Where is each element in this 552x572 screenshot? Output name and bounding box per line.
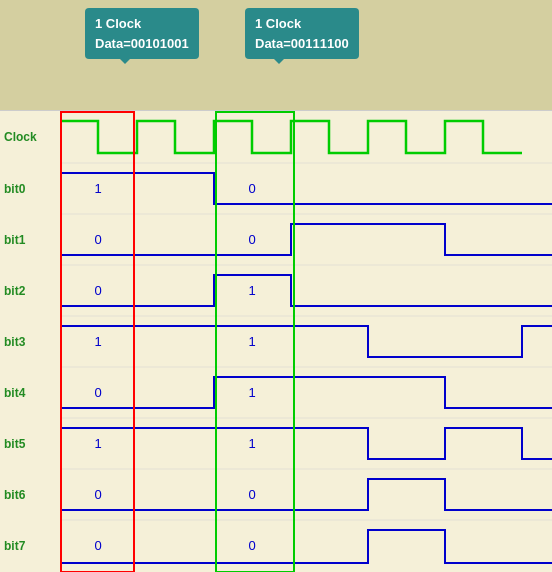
bit1-val2: 0	[248, 232, 255, 247]
bit4-waveform	[60, 377, 552, 408]
bit2-waveform	[60, 275, 552, 306]
bit5-val2: 1	[248, 436, 255, 451]
bit4-val1: 0	[94, 385, 101, 400]
tooltip-clock1: 1 Clock Data=00101001	[85, 8, 199, 59]
clock-waveform	[60, 121, 522, 153]
tooltip-clock2: 1 Clock Data=00111100	[245, 8, 359, 59]
main-waveform-area: Clock bit0 bit1 bit2 bit3 bit4 bit5 bit6…	[0, 110, 552, 572]
bit3-val2: 1	[248, 334, 255, 349]
bit7-val1: 0	[94, 538, 101, 553]
label-bit1: bit1	[0, 214, 60, 265]
bit7-val2: 0	[248, 538, 255, 553]
tooltip2-line1: 1 Clock	[255, 14, 349, 34]
waveform-svg: 1 0 0 1 0 1 0 0 0 0 1 1 1 1 0 0	[60, 111, 552, 572]
bit2-val2: 1	[248, 283, 255, 298]
bit0-waveform	[60, 173, 552, 204]
label-bit0: bit0	[0, 163, 60, 214]
bit3-val1: 1	[94, 334, 101, 349]
bit0-val1: 1	[94, 181, 101, 196]
bit7-waveform	[60, 530, 552, 563]
tooltip2-line2: Data=00111100	[255, 34, 349, 54]
label-clock: Clock	[0, 111, 60, 163]
label-bit4: bit4	[0, 367, 60, 418]
tooltip1-line1: 1 Clock	[95, 14, 189, 34]
bit4-val2: 1	[248, 385, 255, 400]
label-bit7: bit7	[0, 520, 60, 571]
label-bit5: bit5	[0, 418, 60, 469]
label-bit2: bit2	[0, 265, 60, 316]
bit0-val2: 0	[248, 181, 255, 196]
bit6-val1: 0	[94, 487, 101, 502]
bit1-waveform	[60, 224, 552, 255]
top-banner: 1 Clock Data=00101001 1 Clock Data=00111…	[0, 0, 552, 110]
bit5-waveform	[60, 428, 552, 459]
waveform-area: 1 0 0 1 0 1 0 0 0 0 1 1 1 1 0 0	[60, 111, 552, 572]
bit3-waveform	[60, 326, 552, 357]
bit6-val2: 0	[248, 487, 255, 502]
bit5-val1: 1	[94, 436, 101, 451]
tooltip1-line2: Data=00101001	[95, 34, 189, 54]
labels-column: Clock bit0 bit1 bit2 bit3 bit4 bit5 bit6…	[0, 111, 60, 572]
bit1-val1: 0	[94, 232, 101, 247]
label-bit6: bit6	[0, 469, 60, 520]
label-bit3: bit3	[0, 316, 60, 367]
bit2-val1: 0	[94, 283, 101, 298]
bit6-waveform	[60, 479, 552, 510]
